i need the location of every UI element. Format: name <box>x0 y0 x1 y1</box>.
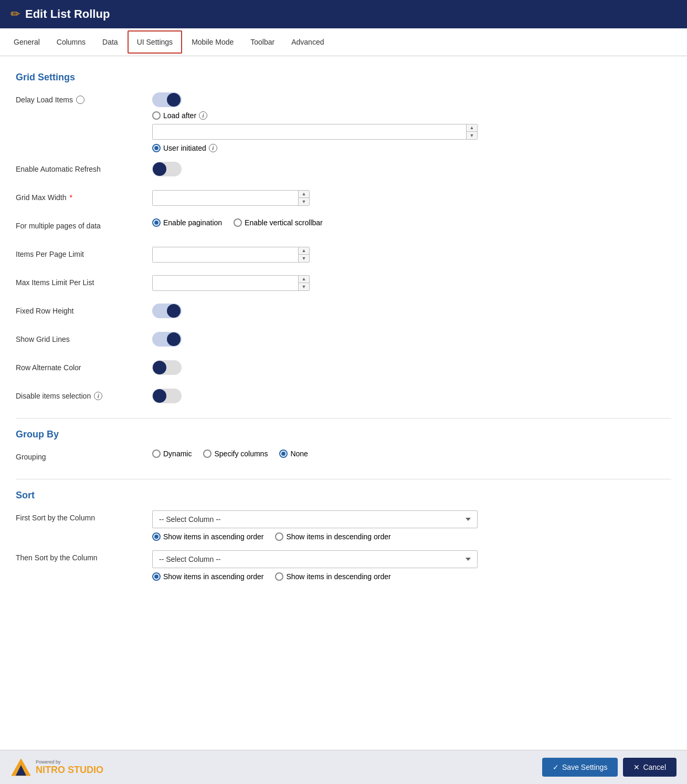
fixed-row-row: Fixed Row Height <box>16 304 671 322</box>
save-settings-button[interactable]: ✓ Save Settings <box>542 758 618 777</box>
grid-settings-title: Grid Settings <box>16 72 671 83</box>
cancel-icon: ✕ <box>633 763 640 771</box>
items-per-page-input[interactable]: 20 <box>153 247 298 262</box>
dynamic-radio-circle <box>152 450 161 458</box>
then-sort-select[interactable]: -- Select Column -- <box>152 550 478 568</box>
items-per-page-spinner-buttons: ▲ ▼ <box>298 247 309 262</box>
row-alternate-controls <box>152 360 671 375</box>
then-sort-order-group: Show items in ascending order Show items… <box>152 572 671 581</box>
max-items-row: Max Items Limit Per List 5000 ▲ ▼ <box>16 275 671 294</box>
first-sort-row: First Sort by the Column -- Select Colum… <box>16 510 671 541</box>
max-items-spinner[interactable]: 5000 ▲ ▼ <box>152 275 310 291</box>
max-items-spinner-buttons: ▲ ▼ <box>298 276 309 290</box>
grid-max-width-label: Grid Max Width * <box>16 190 152 202</box>
items-per-page-down-btn[interactable]: ▼ <box>299 255 309 262</box>
row-alternate-toggle[interactable] <box>152 360 182 375</box>
show-grid-lines-controls <box>152 332 671 347</box>
enable-pagination-radio[interactable]: Enable pagination <box>152 218 222 227</box>
seconds-spinner-buttons: ▲ ▼ <box>466 124 477 139</box>
footer: Powered by NITRO STUDIO ✓ Save Settings … <box>0 750 687 784</box>
grid-max-width-spinner-buttons: ▲ ▼ <box>298 191 309 205</box>
max-items-label: Max Items Limit Per List <box>16 275 152 287</box>
specify-columns-radio[interactable]: Specify columns <box>203 450 268 458</box>
delay-load-toggle[interactable] <box>152 92 182 107</box>
load-after-label: Load after <box>163 111 196 120</box>
seconds-up-btn[interactable]: ▲ <box>467 124 477 132</box>
none-radio[interactable]: None <box>279 450 308 458</box>
seconds-spinner[interactable]: 5 seconds ▲ ▼ <box>152 124 478 140</box>
first-ascending-label: Show items in ascending order <box>163 532 263 541</box>
none-label: None <box>290 450 308 458</box>
nitro-studio-text: NITRO STUDIO <box>36 765 103 776</box>
then-sort-label: Then Sort by the Column <box>16 550 152 562</box>
first-descending-radio[interactable]: Show items in descending order <box>275 532 390 541</box>
items-per-page-up-btn[interactable]: ▲ <box>299 247 309 255</box>
then-sort-select-wrap: -- Select Column -- <box>152 550 671 568</box>
then-descending-circle <box>275 572 283 581</box>
tab-ui-settings[interactable]: UI Settings <box>128 30 182 54</box>
grid-max-width-spinner[interactable]: 2000 px ▲ ▼ <box>152 190 310 206</box>
tab-toolbar[interactable]: Toolbar <box>242 28 283 56</box>
grid-max-width-up-btn[interactable]: ▲ <box>299 191 309 198</box>
seconds-input[interactable]: 5 seconds <box>153 124 466 139</box>
pencil-icon: ✏ <box>10 7 20 21</box>
save-icon: ✓ <box>553 763 559 771</box>
tab-mobile-mode[interactable]: Mobile Mode <box>183 28 242 56</box>
show-grid-lines-toggle[interactable] <box>152 332 182 347</box>
then-ascending-radio[interactable]: Show items in ascending order <box>152 572 263 581</box>
enable-refresh-toggle[interactable] <box>152 162 182 176</box>
disable-items-controls <box>152 389 671 403</box>
page-header: ✏ Edit List Rollup <box>0 0 687 28</box>
tab-advanced[interactable]: Advanced <box>283 28 332 56</box>
max-items-input[interactable]: 5000 <box>153 276 298 290</box>
items-per-page-spinner[interactable]: 20 ▲ ▼ <box>152 247 310 263</box>
then-descending-radio[interactable]: Show items in descending order <box>275 572 390 581</box>
user-initiated-info-icon[interactable]: i <box>209 144 217 152</box>
first-sort-select[interactable]: -- Select Column -- <box>152 510 478 528</box>
enable-vertical-circle <box>234 218 242 227</box>
tab-bar: General Columns Data UI Settings Mobile … <box>0 28 687 56</box>
then-ascending-label: Show items in ascending order <box>163 572 263 581</box>
first-sort-controls: -- Select Column -- Show items in ascend… <box>152 510 671 541</box>
multiple-pages-label: For multiple pages of data <box>16 218 152 230</box>
enable-vertical-radio[interactable]: Enable vertical scrollbar <box>234 218 323 227</box>
user-initiated-group: User initiated i <box>152 144 671 152</box>
enable-pagination-circle <box>152 218 161 227</box>
multiple-pages-controls: Enable pagination Enable vertical scroll… <box>152 218 671 227</box>
tab-data[interactable]: Data <box>94 28 126 56</box>
grid-max-width-controls: 2000 px ▲ ▼ <box>152 190 671 206</box>
first-sort-select-wrap: -- Select Column -- <box>152 510 671 528</box>
cancel-label: Cancel <box>643 763 666 771</box>
items-per-page-label: Items Per Page Limit <box>16 247 152 258</box>
grid-max-width-down-btn[interactable]: ▼ <box>299 198 309 205</box>
grid-max-width-required: * <box>69 193 72 202</box>
group-by-title: Group By <box>16 429 671 440</box>
specify-columns-label: Specify columns <box>214 450 268 458</box>
user-initiated-radio[interactable]: User initiated i <box>152 144 217 152</box>
load-after-info-icon[interactable]: i <box>199 111 207 120</box>
dynamic-radio[interactable]: Dynamic <box>152 450 192 458</box>
sort-title: Sort <box>16 490 671 501</box>
load-after-radio[interactable]: Load after i <box>152 111 207 120</box>
row-alternate-label: Row Alternate Color <box>16 360 152 372</box>
disable-items-info-icon[interactable]: i <box>94 392 102 400</box>
cancel-button[interactable]: ✕ Cancel <box>623 758 677 777</box>
delay-load-info-icon[interactable] <box>76 96 84 104</box>
seconds-down-btn[interactable]: ▼ <box>467 132 477 139</box>
fixed-row-label: Fixed Row Height <box>16 304 152 315</box>
fixed-row-toggle[interactable] <box>152 304 182 318</box>
grid-max-width-input[interactable]: 2000 px <box>153 191 298 205</box>
none-radio-circle <box>279 450 288 458</box>
max-items-controls: 5000 ▲ ▼ <box>152 275 671 291</box>
fixed-row-controls <box>152 304 671 318</box>
max-items-down-btn[interactable]: ▼ <box>299 283 309 290</box>
disable-items-row: Disable items selection i <box>16 389 671 407</box>
then-ascending-circle <box>152 572 161 581</box>
nitro-text: Powered by NITRO STUDIO <box>36 759 103 776</box>
tab-columns[interactable]: Columns <box>48 28 94 56</box>
max-items-up-btn[interactable]: ▲ <box>299 276 309 283</box>
first-ascending-radio[interactable]: Show items in ascending order <box>152 532 263 541</box>
tab-general[interactable]: General <box>5 28 48 56</box>
then-sort-row: Then Sort by the Column -- Select Column… <box>16 550 671 581</box>
disable-items-toggle[interactable] <box>152 389 182 403</box>
